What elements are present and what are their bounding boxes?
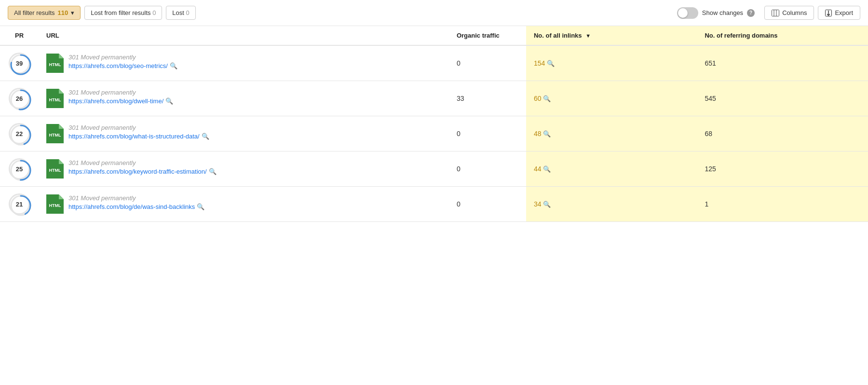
html-file-icon: HTML <box>46 159 64 179</box>
referring-domains-cell: 1 <box>697 187 868 222</box>
url-anchor[interactable]: https://ahrefs.com/blog/seo-metrics/ <box>68 62 168 69</box>
columns-label: Columns <box>782 9 807 16</box>
inlinks-number[interactable]: 34 <box>534 200 542 208</box>
file-icon-wrap: HTML <box>46 89 64 108</box>
columns-icon <box>772 10 779 16</box>
lost-from-filter-count: 0 <box>152 9 156 16</box>
pr-cell: 22 <box>0 116 39 151</box>
all-filter-results-button[interactable]: All filter results 110 ▾ <box>8 6 81 20</box>
inlinks-search-icon[interactable]: 🔍 <box>543 165 551 173</box>
search-icon[interactable]: 🔍 <box>165 97 173 105</box>
moved-label: 301 Moved permanently <box>68 159 217 166</box>
url-link[interactable]: https://ahrefs.com/blog/seo-metrics/ 🔍 <box>68 62 177 69</box>
search-icon[interactable]: 🔍 <box>170 62 177 69</box>
referring-domains-cell: 545 <box>697 81 868 116</box>
lost-from-filter-button[interactable]: Lost from filter results 0 <box>84 6 162 20</box>
svg-marker-13 <box>59 89 64 94</box>
html-file-icon: HTML <box>46 124 64 143</box>
url-info: 301 Moved permanently https://ahrefs.com… <box>68 54 177 69</box>
svg-marker-28 <box>59 194 64 199</box>
inlinks-cell: 154 🔍 <box>526 45 697 81</box>
svg-text:HTML: HTML <box>49 62 61 67</box>
search-icon[interactable]: 🔍 <box>209 168 217 175</box>
show-changes-area: Show changes ? <box>677 7 755 19</box>
inlinks-cell: 48 🔍 <box>526 116 697 151</box>
html-file-icon: HTML <box>46 194 64 214</box>
inlinks-value: 34 🔍 <box>534 200 690 208</box>
url-info: 301 Moved permanently https://ahrefs.com… <box>68 159 217 175</box>
inlinks-number[interactable]: 48 <box>534 130 542 138</box>
moved-label: 301 Moved permanently <box>68 54 177 61</box>
file-icon-wrap: HTML <box>46 54 64 73</box>
url-info: 301 Moved permanently https://ahrefs.com… <box>68 89 173 105</box>
url-cell: HTML 301 Moved permanently https://ahref… <box>39 116 449 151</box>
html-file-icon: HTML <box>46 89 64 108</box>
inlinks-number[interactable]: 60 <box>534 95 542 102</box>
pr-progress-ring <box>9 123 33 147</box>
pr-circle: 39 <box>9 53 30 74</box>
traffic-cell: 0 <box>449 187 526 222</box>
inlinks-value: 60 🔍 <box>534 95 690 102</box>
inlinks-search-icon[interactable]: 🔍 <box>543 95 551 102</box>
url-anchor[interactable]: https://ahrefs.com/blog/what-is-structur… <box>68 133 200 140</box>
table-row: 22 HTML 301 Moved permanently https://ah… <box>0 116 868 151</box>
svg-rect-0 <box>772 10 779 16</box>
search-icon[interactable]: 🔍 <box>202 133 209 140</box>
pr-circle: 21 <box>9 193 30 215</box>
all-filter-count: 110 <box>58 9 68 16</box>
url-info: 301 Moved permanently https://ahrefs.com… <box>68 124 209 140</box>
main-table: PR URL Organic traffic No. of all inlink… <box>0 26 868 222</box>
url-link[interactable]: https://ahrefs.com/blog/de/was-sind-back… <box>68 203 204 210</box>
url-anchor[interactable]: https://ahrefs.com/blog/keyword-traffic-… <box>68 168 207 175</box>
table-row: 25 HTML 301 Moved permanently https://ah… <box>0 151 868 187</box>
search-icon[interactable]: 🔍 <box>197 203 204 210</box>
show-changes-help-icon[interactable]: ? <box>747 9 755 17</box>
pr-progress-ring <box>9 158 33 182</box>
show-changes-label: Show changes <box>702 9 743 16</box>
export-icon <box>825 10 832 16</box>
pr-progress-ring <box>9 88 33 112</box>
show-changes-toggle[interactable] <box>677 7 698 19</box>
table-wrapper: PR URL Organic traffic No. of all inlink… <box>0 26 868 222</box>
inlinks-value: 154 🔍 <box>534 59 690 67</box>
file-icon-wrap: HTML <box>46 124 64 143</box>
file-icon-wrap: HTML <box>46 159 64 179</box>
url-link[interactable]: https://ahrefs.com/blog/dwell-time/ 🔍 <box>68 97 173 105</box>
inlinks-header[interactable]: No. of all inlinks ▼ <box>526 26 697 45</box>
table-row: 39 HTML 301 Moved permanently https://ah… <box>0 45 868 81</box>
traffic-cell: 33 <box>449 81 526 116</box>
html-file-icon: HTML <box>46 54 64 73</box>
inlinks-number[interactable]: 44 <box>534 165 542 173</box>
pr-cell: 25 <box>0 151 39 187</box>
referring-domains-cell: 68 <box>697 116 868 151</box>
inlinks-search-icon[interactable]: 🔍 <box>543 201 551 208</box>
pr-circle: 22 <box>9 123 30 144</box>
url-link[interactable]: https://ahrefs.com/blog/what-is-structur… <box>68 133 209 140</box>
table-row: 21 HTML 301 Moved permanently https://ah… <box>0 187 868 222</box>
toolbar: All filter results 110 ▾ Lost from filte… <box>0 0 868 26</box>
url-anchor[interactable]: https://ahrefs.com/blog/dwell-time/ <box>68 97 163 105</box>
export-label: Export <box>835 9 853 16</box>
inlinks-search-icon[interactable]: 🔍 <box>543 130 551 138</box>
svg-text:HTML: HTML <box>49 168 61 173</box>
columns-button[interactable]: Columns <box>764 6 814 20</box>
inlinks-cell: 60 🔍 <box>526 81 697 116</box>
url-link[interactable]: https://ahrefs.com/blog/keyword-traffic-… <box>68 168 217 175</box>
traffic-cell: 0 <box>449 151 526 187</box>
url-anchor[interactable]: https://ahrefs.com/blog/de/was-sind-back… <box>68 203 195 210</box>
inlinks-cell: 34 🔍 <box>526 187 697 222</box>
export-button[interactable]: Export <box>818 6 860 20</box>
svg-marker-18 <box>59 124 64 129</box>
lost-button[interactable]: Lost 0 <box>166 6 195 20</box>
inlinks-search-icon[interactable]: 🔍 <box>547 60 555 67</box>
referring-domains-cell: 651 <box>697 45 868 81</box>
pr-progress-ring <box>9 193 33 218</box>
inlinks-cell: 44 🔍 <box>526 151 697 187</box>
pr-header: PR <box>0 26 39 45</box>
sort-icon: ▼ <box>585 33 591 39</box>
svg-text:HTML: HTML <box>49 133 61 138</box>
svg-text:HTML: HTML <box>49 203 61 208</box>
referring-domains-header: No. of referring domains <box>697 26 868 45</box>
inlinks-number[interactable]: 154 <box>534 59 545 67</box>
url-info: 301 Moved permanently https://ahrefs.com… <box>68 194 204 210</box>
